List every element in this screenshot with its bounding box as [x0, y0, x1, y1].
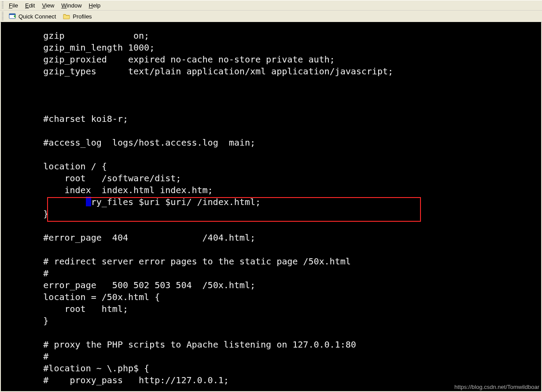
quick-connect-button[interactable]: Quick Connect	[5, 12, 59, 21]
profiles-label: Profiles	[73, 13, 92, 20]
toolbar: Quick Connect Profiles	[0, 11, 542, 22]
grip-handle[interactable]	[2, 12, 4, 21]
profiles-button[interactable]: Profiles	[59, 12, 95, 21]
watermark-text: https://blog.csdn.net/Tomwildboar	[454, 384, 539, 390]
menu-view[interactable]: View	[38, 1, 58, 10]
quick-connect-icon	[9, 13, 16, 20]
terminal-view[interactable]: gzip on; gzip_min_length 1000; gzip_prox…	[1, 22, 541, 391]
folder-icon	[63, 13, 70, 20]
menu-help[interactable]: Help	[85, 1, 104, 10]
menu-window[interactable]: Window	[58, 1, 85, 10]
svg-rect-1	[9, 14, 15, 15]
terminal-text: gzip on; gzip_min_length 1000; gzip_prox…	[1, 22, 541, 386]
grip-handle[interactable]	[2, 1, 4, 9]
text-cursor	[86, 197, 91, 206]
quick-connect-label: Quick Connect	[18, 13, 56, 20]
menu-edit[interactable]: Edit	[22, 1, 38, 10]
menu-file[interactable]: File	[5, 1, 22, 10]
menu-bar: File Edit View Window Help	[0, 0, 542, 11]
